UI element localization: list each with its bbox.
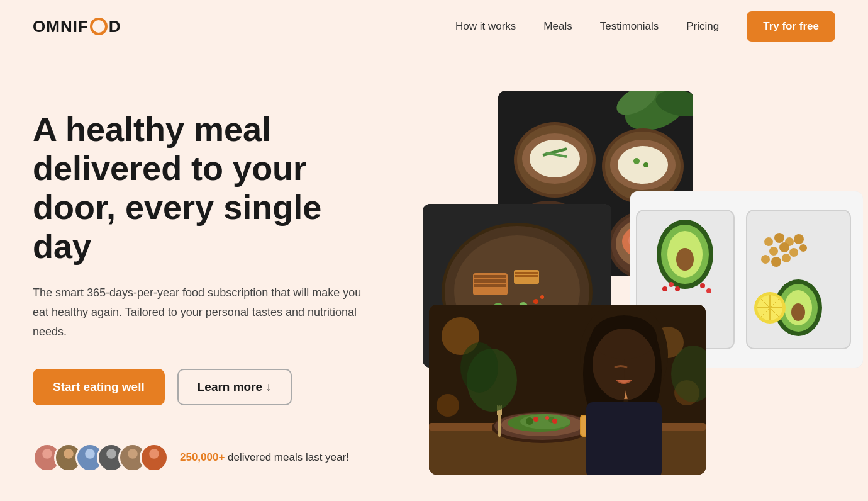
social-proof-text: 250,000+ delivered meals last year! — [180, 451, 349, 464]
svg-point-6 — [106, 449, 116, 459]
svg-rect-47 — [474, 284, 506, 287]
svg-point-112 — [533, 417, 538, 422]
svg-point-130 — [593, 329, 655, 400]
svg-point-71 — [669, 282, 674, 287]
hero-content: A healthy meal delivered to your door, e… — [33, 91, 410, 472]
nav-links: How it works Meals Testimonials Pricing … — [455, 11, 835, 42]
navbar: OMNIF D How it works Meals Testimonials … — [0, 0, 868, 53]
svg-point-83 — [799, 244, 807, 252]
try-for-free-button[interactable]: Try for free — [747, 11, 835, 42]
svg-point-128 — [460, 342, 498, 393]
svg-point-1 — [40, 461, 55, 471]
svg-point-2 — [64, 449, 74, 459]
svg-point-80 — [769, 247, 778, 256]
learn-more-button[interactable]: Learn more ↓ — [177, 369, 292, 405]
hero-images — [423, 91, 835, 468]
svg-point-54 — [533, 299, 538, 304]
food-image-woman-eating — [429, 305, 706, 475]
svg-point-110 — [526, 417, 533, 425]
svg-point-8 — [128, 449, 138, 459]
svg-point-72 — [675, 286, 680, 291]
svg-point-74 — [706, 288, 711, 293]
svg-point-55 — [540, 295, 544, 299]
svg-point-79 — [794, 234, 804, 244]
hero-section: A healthy meal delivered to your door, e… — [0, 53, 868, 501]
svg-point-3 — [61, 461, 76, 471]
svg-point-77 — [774, 233, 784, 243]
svg-point-86 — [782, 254, 791, 262]
logo-text-after: D — [109, 17, 121, 37]
svg-point-70 — [662, 286, 667, 291]
svg-point-27 — [643, 162, 648, 167]
svg-point-61 — [676, 248, 694, 271]
logo-circle-icon — [90, 18, 108, 35]
svg-point-114 — [552, 419, 557, 424]
svg-point-0 — [42, 449, 52, 459]
svg-point-10 — [149, 449, 159, 459]
svg-point-9 — [125, 461, 140, 471]
svg-point-76 — [764, 237, 773, 246]
svg-point-5 — [82, 461, 97, 471]
svg-point-19 — [530, 140, 580, 177]
meal-count: 250,000+ — [180, 451, 225, 463]
hero-title: A healthy meal delivered to your door, e… — [33, 110, 385, 266]
nav-meals[interactable]: Meals — [543, 20, 572, 33]
svg-point-90 — [791, 303, 805, 321]
svg-point-25 — [618, 146, 668, 184]
start-eating-button[interactable]: Start eating well — [33, 369, 165, 405]
logo-text-before: OMNIF — [33, 17, 89, 37]
svg-point-85 — [771, 257, 781, 267]
svg-point-82 — [789, 248, 798, 257]
svg-rect-126 — [586, 402, 662, 475]
svg-point-7 — [104, 461, 119, 471]
svg-point-11 — [147, 461, 162, 471]
svg-point-84 — [761, 255, 770, 264]
svg-point-81 — [779, 242, 789, 252]
nav-testimonials[interactable]: Testimonials — [600, 20, 659, 33]
svg-point-113 — [545, 416, 549, 420]
hero-buttons: Start eating well Learn more ↓ — [33, 369, 410, 405]
svg-rect-45 — [474, 275, 506, 278]
hero-subtitle: The smart 365-days-per-year food subscri… — [33, 283, 372, 341]
svg-point-101 — [437, 394, 459, 417]
logo[interactable]: OMNIF D — [33, 17, 121, 37]
svg-point-26 — [633, 158, 640, 164]
svg-point-73 — [700, 283, 705, 288]
svg-rect-50 — [515, 275, 538, 277]
nav-pricing[interactable]: Pricing — [686, 20, 719, 33]
svg-rect-49 — [515, 272, 538, 274]
social-proof: 250,000+ delivered meals last year! — [33, 443, 410, 472]
svg-point-4 — [85, 449, 95, 459]
avatar — [140, 443, 169, 472]
customer-avatars — [33, 443, 169, 472]
nav-how-it-works[interactable]: How it works — [455, 20, 516, 33]
svg-rect-46 — [474, 279, 506, 283]
